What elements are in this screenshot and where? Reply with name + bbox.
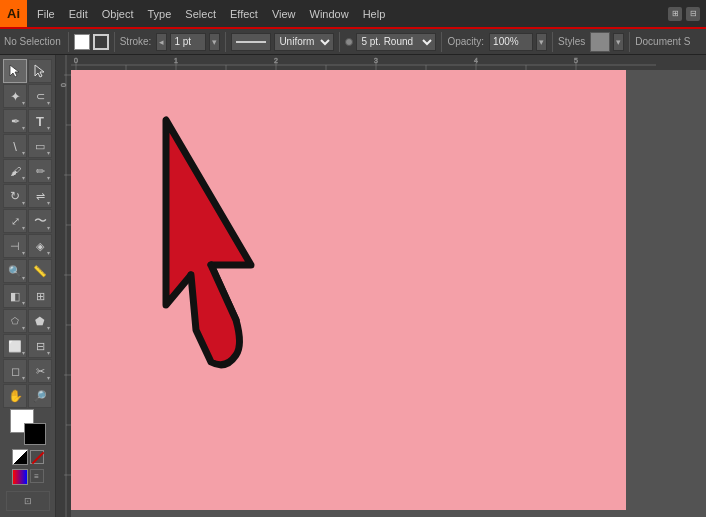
- menu-help[interactable]: Help: [357, 6, 392, 22]
- main-area: ✦ ▾ ⊂ ▾ ✒ ▾ T ▾ \ ▾: [0, 55, 706, 517]
- measure-tool[interactable]: 📏: [28, 259, 52, 283]
- artboard-tool[interactable]: ⬜ ▾: [3, 334, 27, 358]
- stroke-unit-arrow[interactable]: ▾: [209, 33, 220, 51]
- width-tool[interactable]: ⊣ ▾: [3, 234, 27, 258]
- svg-marker-1: [35, 65, 44, 77]
- pen-tool[interactable]: ✒ ▾: [3, 109, 27, 133]
- tool-row-7: ⤢ ▾ 〜 ▾: [2, 209, 53, 233]
- menu-view[interactable]: View: [266, 6, 302, 22]
- menu-effect[interactable]: Effect: [224, 6, 264, 22]
- tool-row-11: ⬠ ▾ ⬟ ▾: [2, 309, 53, 333]
- opacity-label: Opacity:: [447, 36, 484, 47]
- stroke-color-box[interactable]: [93, 34, 109, 50]
- lasso-tool[interactable]: ⊂ ▾: [28, 84, 52, 108]
- selection-tool[interactable]: [3, 59, 27, 83]
- pencil-tool[interactable]: ✏ ▾: [28, 159, 52, 183]
- rectangle-tool[interactable]: ▭ ▾: [28, 134, 52, 158]
- gradient-tool[interactable]: ◧ ▾: [3, 284, 27, 308]
- shape-builder-tool[interactable]: ⬠ ▾: [3, 309, 27, 333]
- magic-wand-tool[interactable]: ✦ ▾: [3, 84, 27, 108]
- paintbrush-tool[interactable]: 🖌 ▾: [3, 159, 27, 183]
- canvas-area[interactable]: 0 1 2 3 4 5 0: [56, 55, 706, 517]
- none-btn[interactable]: [30, 450, 44, 464]
- scale-tool[interactable]: ⤢ ▾: [3, 209, 27, 233]
- svg-text:3: 3: [374, 57, 378, 64]
- styles-label: Styles: [558, 36, 585, 47]
- tool-row-13: ◻ ▾ ✂ ▾: [2, 359, 53, 383]
- live-paint-tool[interactable]: ⬟ ▾: [28, 309, 52, 333]
- svg-text:0: 0: [60, 83, 67, 87]
- stroke-line-preview: [236, 41, 266, 43]
- opacity-arrow[interactable]: ▾: [536, 33, 547, 51]
- default-colors-btn[interactable]: [12, 449, 28, 465]
- zoom-tool[interactable]: 🔎: [28, 384, 52, 408]
- svg-marker-0: [10, 65, 19, 77]
- tool-row-5: 🖌 ▾ ✏ ▾: [2, 159, 53, 183]
- toolbox: ✦ ▾ ⊂ ▾ ✒ ▾ T ▾ \ ▾: [0, 55, 56, 517]
- svg-rect-21: [56, 55, 71, 517]
- menu-type[interactable]: Type: [142, 6, 178, 22]
- tool-row-8: ⊣ ▾ ◈ ▾: [2, 234, 53, 258]
- fill-color-box[interactable]: [74, 34, 90, 50]
- pattern-swatch[interactable]: ≡: [30, 469, 44, 483]
- doc-view-btn[interactable]: ⊞: [668, 7, 682, 21]
- eyedropper-tool[interactable]: 🔍 ▾: [3, 259, 27, 283]
- sep3: [225, 32, 226, 52]
- selection-label: No Selection: [4, 36, 61, 47]
- arrange-btn[interactable]: ⊟: [686, 7, 700, 21]
- svg-text:0: 0: [74, 57, 78, 64]
- eraser-tool[interactable]: ◻ ▾: [3, 359, 27, 383]
- svg-text:5: 5: [574, 57, 578, 64]
- tool-row-3: ✒ ▾ T ▾: [2, 109, 53, 133]
- fill-stroke-swatches[interactable]: [10, 409, 46, 445]
- big-cursor-arrow: [136, 110, 336, 390]
- stroke-value-input[interactable]: [170, 33, 206, 51]
- toolbar: No Selection Stroke: ◂ ▾ Uniform 5 pt. R…: [0, 27, 706, 55]
- tool-row-6: ↻ ▾ ⇌ ▾: [2, 184, 53, 208]
- brush-select[interactable]: 5 pt. Round: [356, 33, 436, 51]
- warp-tool[interactable]: 〜 ▾: [28, 209, 52, 233]
- tool-row-12: ⬜ ▾ ⊟ ▾: [2, 334, 53, 358]
- mesh-tool[interactable]: ⊞: [28, 284, 52, 308]
- document-label: Document S: [635, 36, 690, 47]
- menu-select[interactable]: Select: [179, 6, 222, 22]
- stroke-arrow-left[interactable]: ◂: [159, 37, 164, 47]
- stroke-label: Stroke:: [120, 36, 152, 47]
- scissors-tool[interactable]: ✂ ▾: [28, 359, 52, 383]
- stroke-swatch[interactable]: [24, 423, 46, 445]
- brush-dot: [345, 38, 353, 46]
- tool-row-9: 🔍 ▾ 📏: [2, 259, 53, 283]
- svg-rect-2: [56, 55, 706, 70]
- styles-arrow[interactable]: ▾: [613, 33, 624, 51]
- menu-window[interactable]: Window: [304, 6, 355, 22]
- slice-tool[interactable]: ⊟ ▾: [28, 334, 52, 358]
- menu-object[interactable]: Object: [96, 6, 140, 22]
- tool-row-4: \ ▾ ▭ ▾: [2, 134, 53, 158]
- rotate-tool[interactable]: ↻ ▾: [3, 184, 27, 208]
- direct-selection-tool[interactable]: [28, 59, 52, 83]
- hand-tool[interactable]: ✋: [3, 384, 27, 408]
- line-tool[interactable]: \ ▾: [3, 134, 27, 158]
- sep1: [68, 32, 69, 52]
- reflect-tool[interactable]: ⇌ ▾: [28, 184, 52, 208]
- ruler-vertical: 0: [56, 55, 71, 517]
- type-tool[interactable]: T ▾: [28, 109, 52, 133]
- tool-row-14: ✋ 🔎: [2, 384, 53, 408]
- tool-row-2: ✦ ▾ ⊂ ▾: [2, 84, 53, 108]
- sep7: [629, 32, 630, 52]
- menu-file[interactable]: File: [31, 6, 61, 22]
- ai-logo: Ai: [0, 0, 27, 27]
- opacity-input[interactable]: [489, 33, 533, 51]
- tool-row-1: [2, 59, 53, 83]
- svg-text:1: 1: [174, 57, 178, 64]
- blend-tool[interactable]: ◈ ▾: [28, 234, 52, 258]
- sep6: [552, 32, 553, 52]
- menu-edit[interactable]: Edit: [63, 6, 94, 22]
- ruler-horizontal: 0 1 2 3 4 5: [56, 55, 706, 70]
- screen-mode-btn[interactable]: ⊡: [6, 491, 50, 511]
- sep5: [441, 32, 442, 52]
- styles-preview[interactable]: [590, 32, 610, 52]
- tool-row-10: ◧ ▾ ⊞: [2, 284, 53, 308]
- stroke-align-select[interactable]: Uniform: [274, 33, 334, 51]
- gradient-swatch[interactable]: [12, 469, 28, 485]
